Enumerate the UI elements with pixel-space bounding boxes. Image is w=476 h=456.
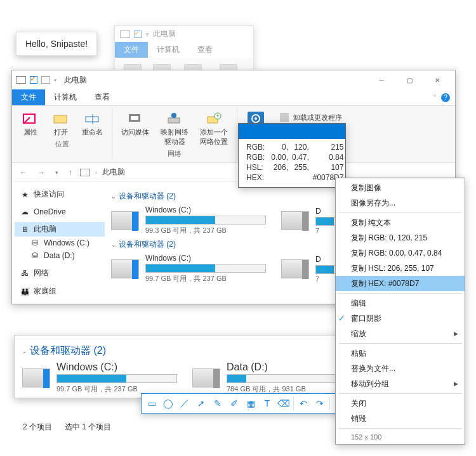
menu-item[interactable]: 替换为文件... bbox=[336, 361, 465, 376]
maximize-button[interactable]: ▢ bbox=[395, 71, 423, 89]
menu-item[interactable]: 移动到分组▶ bbox=[336, 376, 465, 391]
color-label: RGB: bbox=[245, 153, 268, 162]
sidebar-item[interactable]: ⛁Windows (C:) bbox=[15, 237, 105, 249]
drive-name: Windows (C:) bbox=[56, 362, 177, 373]
menu-item-label: 缩放 bbox=[351, 329, 366, 339]
tool-mosaic-button[interactable]: ▦ bbox=[242, 396, 259, 411]
close-button[interactable]: ✕ bbox=[423, 71, 451, 89]
ribbon-map-drive-button[interactable]: 映射网络 驱动器 bbox=[158, 110, 191, 148]
nav-forward-icon[interactable]: → bbox=[35, 168, 48, 177]
svg-rect-6 bbox=[168, 118, 180, 123]
submenu-arrow-icon: ▶ bbox=[454, 381, 458, 387]
sidebar-item[interactable]: ⛁Data (D:) bbox=[15, 249, 105, 262]
drive-item[interactable]: Data (D:)784 GB 可用，共 931 GB bbox=[192, 362, 351, 394]
ribbon-rename-button[interactable]: 重命名 bbox=[79, 110, 105, 138]
window-title: 此电脑 bbox=[64, 75, 87, 86]
mini-tab-view: 查看 bbox=[188, 42, 221, 58]
ribbon-collapse-icon[interactable]: ⌃ bbox=[433, 94, 437, 100]
menu-item[interactable]: 销毁 bbox=[336, 411, 465, 426]
menu-item[interactable]: 复制图像 bbox=[336, 180, 465, 195]
ribbon-tabs: 文件 计算机 查看 ⌃ ? bbox=[12, 89, 455, 106]
menu-item[interactable]: 复制 HEX: #0078D7 bbox=[336, 276, 465, 291]
check-icon: ✓ bbox=[338, 314, 345, 323]
drive-name: Data (D:) bbox=[227, 362, 347, 373]
menu-item[interactable]: 复制 纯文本 bbox=[336, 215, 465, 230]
menu-item-label: 窗口阴影 bbox=[351, 313, 381, 324]
menu-item-label: 移动到分组 bbox=[351, 379, 389, 389]
ribbon-media-button[interactable]: 访问媒体 bbox=[119, 110, 152, 148]
qat-folder-icon[interactable] bbox=[41, 76, 50, 84]
sidebar-item-label: 快速访问 bbox=[34, 189, 64, 200]
qat-check-icon bbox=[30, 76, 37, 84]
color-info-box[interactable]: RGB:0,120,215RGB:0.00,0.47,0.84HSL:206,2… bbox=[238, 123, 346, 188]
chevron-down-icon: ⌄ bbox=[111, 193, 116, 200]
color-label: HSL: bbox=[245, 163, 268, 172]
tab-view[interactable]: 查看 bbox=[86, 89, 119, 105]
menu-item-label: 编辑 bbox=[351, 298, 366, 309]
titlebar[interactable]: ▾ 此电脑 ─ ▢ ✕ bbox=[12, 70, 455, 89]
help-icon[interactable]: ? bbox=[441, 93, 450, 102]
pc-icon bbox=[80, 169, 90, 176]
menu-item[interactable]: 缩放▶ bbox=[336, 326, 465, 341]
drive-icon bbox=[111, 259, 139, 278]
capacity-bar bbox=[145, 264, 266, 273]
tool-pencil-button[interactable]: ✎ bbox=[209, 396, 226, 411]
disk-icon: ⛁ bbox=[30, 251, 40, 260]
section-title: 设备和驱动器 (2) bbox=[119, 191, 176, 202]
tool-text-button[interactable]: T bbox=[259, 396, 275, 411]
breadcrumb-segment[interactable]: 此电脑 bbox=[102, 167, 125, 178]
drive-item[interactable]: Windows (C:)99.7 GB 可用，共 237 GB bbox=[111, 254, 270, 283]
menu-item[interactable]: 粘贴 bbox=[336, 346, 465, 361]
tool-undo-button[interactable]: ↶ bbox=[295, 396, 312, 411]
drive-name: Windows (C:) bbox=[145, 205, 266, 214]
sidebar-item[interactable]: 👪家庭组 bbox=[15, 284, 105, 299]
drive-item[interactable]: Windows (C:)99.3 GB 可用，共 237 GB bbox=[111, 205, 270, 235]
nav-history-icon[interactable]: ▾ bbox=[53, 169, 61, 176]
tab-computer[interactable]: 计算机 bbox=[45, 89, 86, 105]
status-count: 2 个项目 bbox=[23, 422, 52, 433]
tab-file[interactable]: 文件 bbox=[12, 89, 45, 105]
capacity-bar bbox=[56, 374, 177, 383]
tool-line-button[interactable]: ／ bbox=[176, 396, 193, 411]
sidebar-item[interactable]: ☁OneDrive bbox=[15, 205, 105, 218]
menu-item[interactable]: 复制 HSL: 206, 255, 107 bbox=[336, 261, 465, 276]
ribbon-open-button[interactable]: 打开 bbox=[49, 110, 73, 138]
sidebar-item-label: Data (D:) bbox=[44, 251, 75, 260]
tool-eraser-button[interactable]: ⌫ bbox=[275, 396, 292, 411]
svg-point-13 bbox=[255, 117, 257, 120]
drive-item[interactable]: Windows (C:)99.7 GB 可用，共 237 GB bbox=[22, 362, 181, 394]
tool-marker-button[interactable]: ✐ bbox=[226, 396, 242, 411]
nav-up-icon[interactable]: ↑ bbox=[66, 168, 75, 177]
minimize-button[interactable]: ─ bbox=[367, 71, 395, 89]
tool-ellipse-button[interactable]: ◯ bbox=[160, 396, 176, 411]
sidebar-item-label: 家庭组 bbox=[34, 286, 56, 297]
pc-icon bbox=[16, 76, 26, 84]
ribbon-group-location: 属性 打开 重命名 位置 bbox=[12, 108, 112, 160]
menu-item[interactable]: 关闭 bbox=[336, 396, 465, 411]
ribbon-properties-button[interactable]: 属性 bbox=[18, 110, 43, 138]
menu-item[interactable]: 复制 RGB: 0, 120, 215 bbox=[336, 230, 465, 245]
menu-item-label: 复制 RGB: 0, 120, 215 bbox=[351, 233, 427, 244]
nav-back-icon[interactable]: ← bbox=[17, 168, 30, 177]
snip-hello[interactable]: Hello, Snipaste! bbox=[16, 32, 97, 56]
svg-rect-1 bbox=[54, 115, 67, 123]
menu-item[interactable]: 编辑 bbox=[336, 296, 465, 311]
menu-item-label: 图像另存为... bbox=[351, 198, 395, 209]
tool-redo-button[interactable]: ↷ bbox=[312, 396, 328, 411]
ribbon-add-netloc-button[interactable]: +添加一个 网络位置 bbox=[197, 110, 230, 148]
menu-item-label: 复制 RGB: 0.00, 0.47, 0.84 bbox=[351, 248, 442, 259]
net-icon: 🖧 bbox=[20, 269, 30, 278]
tool-rect-button[interactable]: ▭ bbox=[143, 396, 160, 411]
menu-item[interactable]: ✓窗口阴影 bbox=[336, 311, 465, 326]
sidebar-item[interactable]: 🖧网络 bbox=[15, 266, 105, 280]
tool-arrow-button[interactable]: ➚ bbox=[193, 396, 209, 411]
mini-title: 此电脑 bbox=[153, 29, 176, 39]
ribbon-uninstall-button[interactable]: 卸载或更改程序 bbox=[279, 112, 342, 122]
menu-item[interactable]: 图像另存为... bbox=[336, 195, 465, 211]
chevron-down-icon: ⌄ bbox=[111, 242, 116, 248]
sidebar-item[interactable]: 🖥此电脑 bbox=[15, 222, 105, 237]
menu-item[interactable]: 复制 RGB: 0.00, 0.47, 0.84 bbox=[336, 245, 465, 261]
qat-chevron-icon[interactable]: ▾ bbox=[54, 77, 56, 83]
sidebar-item[interactable]: ★快速访问 bbox=[15, 187, 105, 202]
menu-item-label: 复制 HEX: #0078D7 bbox=[351, 278, 419, 289]
